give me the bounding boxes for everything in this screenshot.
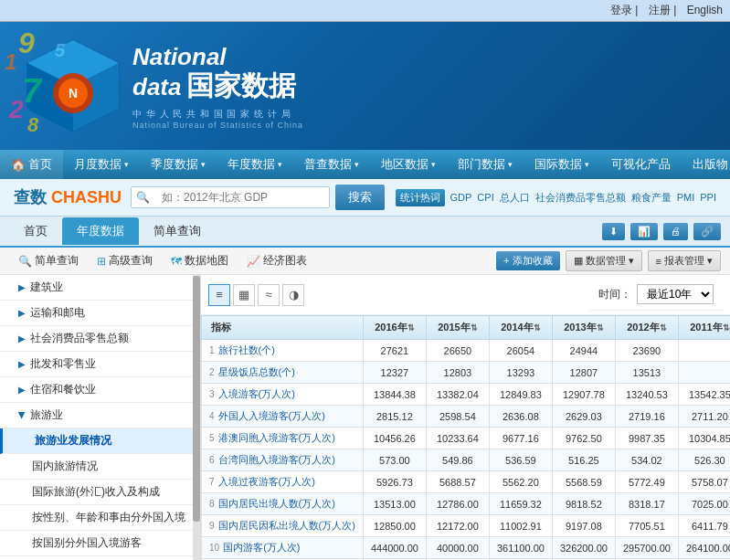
hot-tag-pop[interactable]: 总人口 <box>500 191 530 205</box>
nav-pub[interactable]: 出版物 <box>682 150 730 179</box>
scrollbar-thumb[interactable] <box>193 276 200 522</box>
col-header-2011[interactable]: 2011年⇅ <box>678 316 730 340</box>
nav-census[interactable]: 普查数据▾ <box>293 150 370 179</box>
data-cell: 7025.00 <box>678 493 730 515</box>
data-cell: 9818.52 <box>552 493 615 515</box>
hot-tag-grain[interactable]: 粮食产量 <box>631 191 672 205</box>
subnav-advanced-query[interactable]: ⊞ 高级查询 <box>88 251 162 270</box>
login-link[interactable]: 登录 <box>610 4 632 16</box>
hot-tag-ppi[interactable]: PPI <box>700 192 716 203</box>
indicator-cell[interactable]: 5港澳同胞入境游客(万人次) <box>202 428 364 449</box>
hot-tag-cpi[interactable]: CPI <box>477 192 493 203</box>
divider1: | <box>635 4 638 16</box>
arrow-icon: ▶ <box>18 333 26 343</box>
indicator-cell[interactable]: 8国内居民出境人数(万人次) <box>202 493 364 515</box>
data-cell: 2629.03 <box>552 406 615 428</box>
pie-view-button[interactable]: ◑ <box>282 284 304 306</box>
indicator-cell[interactable]: 7入境过夜游客(万人次) <box>202 471 364 493</box>
sidebar-item-foreign-by-country[interactable]: 按国别分外国入境游客 <box>0 531 200 556</box>
share-button[interactable]: 🔗 <box>693 223 721 240</box>
sidebar-item-construction[interactable]: ▶ 建筑业 <box>0 275 200 301</box>
view-icons: ≡ ▦ ≈ ◑ <box>208 284 304 306</box>
subnav-simple-query[interactable]: 🔍 简单查询 <box>9 251 88 270</box>
subnav-econ-chart[interactable]: 📈 经济图表 <box>238 251 316 270</box>
nav-visual[interactable]: 可视化产品 <box>600 150 682 179</box>
indicator-cell[interactable]: 2星级饭店总数(个) <box>202 362 364 384</box>
tab-simple-query[interactable]: 简单查询 <box>139 217 216 245</box>
col-header-2014[interactable]: 2014年⇅ <box>489 316 552 340</box>
print-button[interactable]: 🖨 <box>663 223 688 240</box>
indicator-cell[interactable]: 3入境游客(万人次) <box>202 384 364 406</box>
register-link[interactable]: 注册 <box>649 4 671 16</box>
data-cell: 13513 <box>615 362 678 384</box>
chart-button[interactable]: 📊 <box>630 223 658 240</box>
table-row: 4外国人入境游客(万人次)2815.122598.542636.082629.0… <box>202 406 731 428</box>
col-header-2012[interactable]: 2012年⇅ <box>615 316 678 340</box>
nav-monthly[interactable]: 月度数据▾ <box>63 150 140 179</box>
indicator-cell[interactable]: 9国内居民因私出境人数(万人次) <box>202 515 364 537</box>
col-header-2015[interactable]: 2015年⇅ <box>426 316 489 340</box>
sidebar-item-retail[interactable]: ▶ 社会消费品零售总额 <box>0 326 200 352</box>
sidebar-item-domestic-tourism[interactable]: 国内旅游情况 <box>0 454 200 480</box>
table-row: 9国内居民因私出境人数(万人次)12850.0012172.0011002.91… <box>202 515 731 537</box>
indicator-cell[interactable]: 1旅行社数(个) <box>202 340 364 362</box>
sidebar-item-wholesale[interactable]: ▶ 批发和零售业 <box>0 352 200 377</box>
data-cell: 13240.53 <box>615 384 678 406</box>
indicator-cell[interactable]: 4外国人入境游客(万人次) <box>202 406 364 428</box>
data-cell: 12907.78 <box>552 384 615 406</box>
search-icon: 🔍 <box>132 191 154 204</box>
tab-home[interactable]: 首页 <box>9 217 62 245</box>
download-button[interactable]: ⬇ <box>602 223 625 240</box>
data-cell: 5562.20 <box>489 471 552 493</box>
data-table-container: 指标 2016年⇅ 2015年⇅ 2014年⇅ 2013年⇅ 2012年⇅ 20… <box>201 315 730 560</box>
sidebar-item-foreign-visitors[interactable]: 按性别、年龄和事由分外国入境 <box>0 505 200 531</box>
sidebar-item-tourism-dev[interactable]: 旅游业发展情况 <box>0 428 200 454</box>
col-header-2016[interactable]: 2016年⇅ <box>363 316 426 340</box>
data-cell: 13293 <box>489 362 552 384</box>
data-cell: 5772.49 <box>615 471 678 493</box>
data-cell: 23690 <box>615 340 678 362</box>
logo-text: National data 国家数据 中 华 人 民 共 和 国 国 家 统 计… <box>132 43 303 130</box>
tab-actions: ⬇ 📊 🖨 🔗 <box>602 223 721 240</box>
table-view-button[interactable]: ≡ <box>208 284 230 306</box>
report-manage-button[interactable]: ≡ 报表管理 ▾ <box>648 250 721 271</box>
subnav-data-map[interactable]: 🗺 数据地图 <box>162 251 238 270</box>
nav-dept[interactable]: 部门数据▾ <box>447 150 524 179</box>
add-favorite-button[interactable]: + 添加收藏 <box>496 251 559 270</box>
hot-tag-consumer[interactable]: 社会消费品零售总额 <box>535 191 626 205</box>
nav-home[interactable]: 🏠 首页 <box>0 150 63 179</box>
scrollbar-track[interactable] <box>193 275 200 560</box>
logo-subtitle-cn: 中 华 人 民 共 和 国 国 家 统 计 局 <box>132 108 303 121</box>
logo-subtitle-en: National Bureau of Statistics of China <box>132 121 303 130</box>
sidebar-item-tourism[interactable]: ▶ 旅游业 <box>0 403 200 428</box>
arrow-icon: ▶ <box>18 385 26 395</box>
data-cell: 516.25 <box>552 449 615 471</box>
hot-tags: 统计热词 GDP CPI 总人口 社会消费品零售总额 粮食产量 PMI PPI <box>396 189 716 206</box>
data-cell: 13382.04 <box>426 384 489 406</box>
nav-annual[interactable]: 年度数据▾ <box>217 150 293 179</box>
search-input[interactable] <box>154 187 328 207</box>
search-button[interactable]: 搜索 <box>335 185 385 210</box>
sidebar-item-accommodation[interactable]: ▶ 住宿和餐饮业 <box>0 377 200 403</box>
nav-quarterly[interactable]: 季度数据▾ <box>140 150 217 179</box>
line-view-button[interactable]: ≈ <box>258 284 280 306</box>
data-manage-button[interactable]: ▦ 数据管理 ▾ <box>566 250 642 271</box>
nav-intl[interactable]: 国际数据▾ <box>524 150 600 179</box>
hot-tag-pmi[interactable]: PMI <box>677 192 695 203</box>
chevron-down-icon: ▾ <box>585 160 589 169</box>
indicator-cell[interactable]: 6台湾同胞入境游客(万人次) <box>202 449 364 471</box>
indicator-cell[interactable]: 10国内游客(万人次) <box>202 537 364 559</box>
english-link[interactable]: English <box>687 4 723 16</box>
data-cell: 13542.35 <box>678 384 730 406</box>
data-cell: 24944 <box>552 340 615 362</box>
sidebar-item-transport[interactable]: ▶ 运输和邮电 <box>0 301 200 326</box>
hot-tag-gdp[interactable]: GDP <box>450 192 472 203</box>
col-header-2013[interactable]: 2013年⇅ <box>552 316 615 340</box>
bar-view-button[interactable]: ▦ <box>233 284 255 306</box>
time-select[interactable]: 最近10年 <box>637 284 714 304</box>
tab-annual[interactable]: 年度数据 <box>62 217 139 245</box>
sidebar-item-intl-tourism[interactable]: 国际旅游(外汇)收入及构成 <box>0 480 200 505</box>
nav-regional[interactable]: 地区数据▾ <box>370 150 447 179</box>
data-cell: 12807 <box>552 362 615 384</box>
sidebar-item-finance[interactable]: ▶ 金融业 <box>0 556 200 560</box>
